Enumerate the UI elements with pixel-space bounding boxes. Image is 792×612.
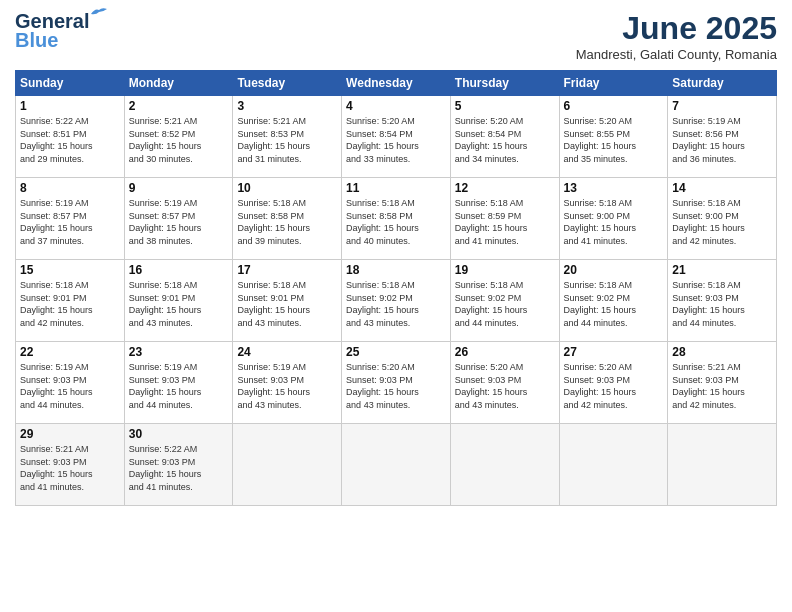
day-number: 7 <box>672 99 772 113</box>
day-info: Sunrise: 5:19 AM Sunset: 8:56 PM Dayligh… <box>672 115 772 165</box>
month-title: June 2025 <box>576 10 777 47</box>
day-info: Sunrise: 5:22 AM Sunset: 9:03 PM Dayligh… <box>129 443 229 493</box>
logo: General Blue <box>15 10 89 52</box>
day-info: Sunrise: 5:21 AM Sunset: 8:52 PM Dayligh… <box>129 115 229 165</box>
day-number: 24 <box>237 345 337 359</box>
day-number: 26 <box>455 345 555 359</box>
day-number: 23 <box>129 345 229 359</box>
day-info: Sunrise: 5:18 AM Sunset: 9:02 PM Dayligh… <box>346 279 446 329</box>
day-number: 15 <box>20 263 120 277</box>
day-number: 19 <box>455 263 555 277</box>
day-info: Sunrise: 5:18 AM Sunset: 8:58 PM Dayligh… <box>237 197 337 247</box>
day-info: Sunrise: 5:18 AM Sunset: 9:01 PM Dayligh… <box>237 279 337 329</box>
logo-general: General <box>15 10 89 32</box>
header-row: Sunday Monday Tuesday Wednesday Thursday… <box>16 71 777 96</box>
day-info: Sunrise: 5:18 AM Sunset: 9:02 PM Dayligh… <box>564 279 664 329</box>
day-number: 9 <box>129 181 229 195</box>
day-number: 10 <box>237 181 337 195</box>
table-row: 29Sunrise: 5:21 AM Sunset: 9:03 PM Dayli… <box>16 424 777 506</box>
day-number: 29 <box>20 427 120 441</box>
day-info: Sunrise: 5:20 AM Sunset: 9:03 PM Dayligh… <box>455 361 555 411</box>
day-number: 3 <box>237 99 337 113</box>
day-number: 16 <box>129 263 229 277</box>
day-info: Sunrise: 5:18 AM Sunset: 9:03 PM Dayligh… <box>672 279 772 329</box>
day-number: 20 <box>564 263 664 277</box>
day-number: 8 <box>20 181 120 195</box>
th-thursday: Thursday <box>450 71 559 96</box>
day-info: Sunrise: 5:19 AM Sunset: 8:57 PM Dayligh… <box>20 197 120 247</box>
th-wednesday: Wednesday <box>342 71 451 96</box>
day-info: Sunrise: 5:20 AM Sunset: 8:54 PM Dayligh… <box>346 115 446 165</box>
day-info: Sunrise: 5:19 AM Sunset: 9:03 PM Dayligh… <box>129 361 229 411</box>
day-number: 2 <box>129 99 229 113</box>
day-number: 25 <box>346 345 446 359</box>
table-row: 15Sunrise: 5:18 AM Sunset: 9:01 PM Dayli… <box>16 260 777 342</box>
table-row: 8Sunrise: 5:19 AM Sunset: 8:57 PM Daylig… <box>16 178 777 260</box>
day-number: 4 <box>346 99 446 113</box>
day-number: 14 <box>672 181 772 195</box>
day-info: Sunrise: 5:19 AM Sunset: 9:03 PM Dayligh… <box>20 361 120 411</box>
header: General Blue June 2025 Mandresti, Galati… <box>15 10 777 62</box>
table-row: 1Sunrise: 5:22 AM Sunset: 8:51 PM Daylig… <box>16 96 777 178</box>
day-number: 22 <box>20 345 120 359</box>
day-info: Sunrise: 5:20 AM Sunset: 9:03 PM Dayligh… <box>346 361 446 411</box>
logo-bird-icon <box>89 6 107 20</box>
table-row: 22Sunrise: 5:19 AM Sunset: 9:03 PM Dayli… <box>16 342 777 424</box>
location: Mandresti, Galati County, Romania <box>576 47 777 62</box>
day-info: Sunrise: 5:21 AM Sunset: 8:53 PM Dayligh… <box>237 115 337 165</box>
day-number: 5 <box>455 99 555 113</box>
day-number: 18 <box>346 263 446 277</box>
day-info: Sunrise: 5:22 AM Sunset: 8:51 PM Dayligh… <box>20 115 120 165</box>
day-info: Sunrise: 5:19 AM Sunset: 9:03 PM Dayligh… <box>237 361 337 411</box>
day-number: 1 <box>20 99 120 113</box>
day-number: 21 <box>672 263 772 277</box>
th-saturday: Saturday <box>668 71 777 96</box>
title-block: June 2025 Mandresti, Galati County, Roma… <box>576 10 777 62</box>
day-info: Sunrise: 5:21 AM Sunset: 9:03 PM Dayligh… <box>20 443 120 493</box>
calendar-table: Sunday Monday Tuesday Wednesday Thursday… <box>15 70 777 506</box>
th-monday: Monday <box>124 71 233 96</box>
day-number: 13 <box>564 181 664 195</box>
day-info: Sunrise: 5:19 AM Sunset: 8:57 PM Dayligh… <box>129 197 229 247</box>
day-info: Sunrise: 5:18 AM Sunset: 9:00 PM Dayligh… <box>672 197 772 247</box>
day-info: Sunrise: 5:18 AM Sunset: 8:58 PM Dayligh… <box>346 197 446 247</box>
day-number: 12 <box>455 181 555 195</box>
day-info: Sunrise: 5:18 AM Sunset: 9:02 PM Dayligh… <box>455 279 555 329</box>
page: General Blue June 2025 Mandresti, Galati… <box>0 0 792 612</box>
day-number: 17 <box>237 263 337 277</box>
day-number: 11 <box>346 181 446 195</box>
th-tuesday: Tuesday <box>233 71 342 96</box>
day-info: Sunrise: 5:18 AM Sunset: 8:59 PM Dayligh… <box>455 197 555 247</box>
day-number: 28 <box>672 345 772 359</box>
day-info: Sunrise: 5:21 AM Sunset: 9:03 PM Dayligh… <box>672 361 772 411</box>
day-info: Sunrise: 5:18 AM Sunset: 9:00 PM Dayligh… <box>564 197 664 247</box>
day-info: Sunrise: 5:20 AM Sunset: 8:54 PM Dayligh… <box>455 115 555 165</box>
day-number: 6 <box>564 99 664 113</box>
day-info: Sunrise: 5:20 AM Sunset: 9:03 PM Dayligh… <box>564 361 664 411</box>
day-number: 30 <box>129 427 229 441</box>
th-friday: Friday <box>559 71 668 96</box>
day-info: Sunrise: 5:18 AM Sunset: 9:01 PM Dayligh… <box>20 279 120 329</box>
day-info: Sunrise: 5:20 AM Sunset: 8:55 PM Dayligh… <box>564 115 664 165</box>
day-info: Sunrise: 5:18 AM Sunset: 9:01 PM Dayligh… <box>129 279 229 329</box>
day-number: 27 <box>564 345 664 359</box>
th-sunday: Sunday <box>16 71 125 96</box>
